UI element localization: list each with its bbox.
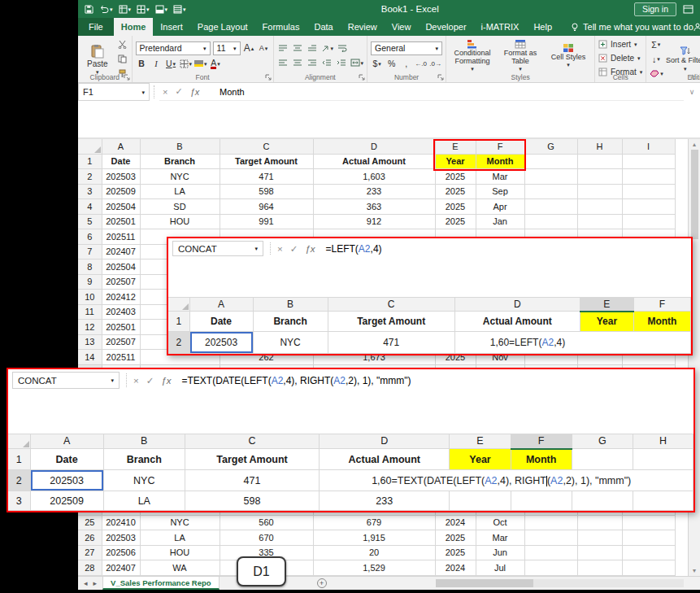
cell-B27[interactable]: HOU	[140, 545, 220, 560]
cell-E5[interactable]: 2025	[435, 214, 476, 229]
cell-F27[interactable]: Jun	[476, 545, 524, 560]
row-header-14[interactable]: 14	[78, 350, 102, 365]
cell-B25[interactable]: NYC	[140, 515, 220, 530]
column-header-a[interactable]: A	[102, 139, 140, 154]
cell-D2[interactable]: 1,603	[313, 169, 435, 185]
orientation-button[interactable]: ▾	[321, 42, 334, 55]
cell-H2[interactable]	[577, 169, 622, 185]
cell-C1[interactable]: Target Amount	[220, 154, 313, 169]
cell-E25[interactable]: 2024	[435, 515, 476, 530]
cell-E2[interactable]: 2025	[435, 169, 476, 185]
qat-table-icon[interactable]: ▾	[119, 5, 132, 14]
font-size-select[interactable]: 11▾	[213, 41, 241, 55]
cell-D3[interactable]: 233	[313, 184, 435, 199]
alignment-dialog-launcher[interactable]	[359, 74, 365, 81]
row-header-4[interactable]: 4	[78, 199, 102, 215]
callout-left-cell-E1[interactable]: Year	[580, 312, 633, 332]
tab-data[interactable]: Data	[307, 18, 340, 36]
cell-D27[interactable]: 20	[313, 545, 435, 560]
callout-bottom-column-header-a[interactable]: A	[30, 434, 103, 449]
callout-bottom-cell-C1[interactable]: Target Amount	[185, 449, 319, 470]
insert-cells-button[interactable]: Insert ▾	[598, 38, 637, 50]
callout-left-column-header-a[interactable]: A	[189, 298, 253, 312]
shrink-font-button[interactable]: A▾	[258, 42, 270, 55]
cell-C4[interactable]: 964	[220, 199, 313, 215]
cell-styles-button[interactable]: Cell Styles ▾	[546, 43, 591, 68]
callout-bottom-column-header-e[interactable]: E	[450, 434, 511, 449]
row-header-26[interactable]: 26	[78, 530, 102, 546]
callout-bottom-row-header-3[interactable]: 3	[8, 491, 30, 511]
cell-C26[interactable]: 670	[220, 530, 313, 546]
share-button[interactable]: Share	[693, 18, 700, 36]
cell-G4[interactable]	[524, 199, 577, 215]
callout-left-select-all-corner[interactable]	[168, 298, 189, 312]
align-middle-button[interactable]	[292, 42, 304, 55]
cell-C5[interactable]: 991	[220, 214, 313, 229]
column-header-g[interactable]: G	[524, 139, 577, 154]
cell-G25[interactable]	[524, 515, 577, 530]
cell-I3[interactable]	[622, 184, 675, 199]
borders-button[interactable]: ▾	[180, 58, 193, 70]
column-header-c[interactable]: C	[220, 139, 313, 154]
cell-E27[interactable]: 2025	[435, 545, 476, 560]
row-header-7[interactable]: 7	[78, 244, 102, 259]
column-header-h[interactable]: H	[577, 139, 622, 154]
callout-left-cell-B1[interactable]: Branch	[253, 312, 328, 332]
callout-left-formula-text[interactable]: =LEFT(A2,4)	[322, 243, 382, 255]
callout-left-column-header-e[interactable]: E	[580, 298, 633, 312]
add-sheet-button[interactable]: +	[317, 578, 327, 588]
row-header-8[interactable]: 8	[78, 259, 102, 275]
cell-I28[interactable]	[622, 560, 675, 576]
tab-review[interactable]: Review	[341, 18, 385, 36]
cut-button[interactable]	[116, 38, 128, 50]
callout-bottom-column-header-h[interactable]: H	[633, 434, 693, 449]
align-bottom-button[interactable]	[307, 42, 319, 55]
callout-left-column-header-c[interactable]: C	[328, 298, 454, 312]
select-all-corner[interactable]	[78, 139, 102, 154]
qat-borders-icon[interactable]: ▾	[137, 5, 150, 14]
cell-E3[interactable]: 2025	[435, 184, 476, 199]
cell-A9[interactable]: 202507	[102, 274, 140, 290]
row-header-1[interactable]: 1	[78, 154, 102, 169]
row-header-27[interactable]: 27	[78, 545, 102, 560]
callout-left-cancel-icon[interactable]: ×	[277, 244, 283, 254]
cell-A28[interactable]: 202407	[102, 560, 140, 576]
cell-D25[interactable]: 679	[313, 515, 435, 530]
row-header-2[interactable]: 2	[78, 169, 102, 185]
callout-bottom-cell-C3[interactable]: 598	[185, 491, 319, 511]
decrease-indent-button[interactable]	[321, 57, 333, 69]
align-center-button[interactable]	[292, 57, 304, 69]
formula-bar-expanded-area[interactable]	[78, 101, 700, 137]
cell-G2[interactable]	[524, 169, 577, 185]
italic-button[interactable]: I	[150, 58, 163, 70]
cell-B1[interactable]: Branch	[140, 154, 220, 169]
cell-F26[interactable]: Mar	[476, 530, 524, 546]
column-header-e[interactable]: E	[435, 139, 476, 154]
callout-bottom-formula-text[interactable]: =TEXT(DATE(LEFT(A2,4), RIGHT(A2,2), 1), …	[178, 375, 411, 386]
increase-decimal-button[interactable]: ←.0	[415, 58, 427, 70]
cell-H27[interactable]	[577, 545, 622, 560]
cell-A10[interactable]: 202412	[102, 290, 140, 305]
insert-function-icon[interactable]: ƒx	[190, 87, 200, 97]
cell-C3[interactable]: 598	[220, 184, 313, 199]
cell-A6[interactable]: 202511	[102, 229, 140, 245]
cell-A27[interactable]: 202506	[102, 545, 140, 560]
callout-bottom-cell-C2[interactable]: 471	[185, 470, 319, 491]
row-header-28[interactable]: 28	[78, 560, 102, 576]
tab-i-matrix[interactable]: i-MATRIX	[474, 18, 527, 36]
cell-F25[interactable]: Oct	[476, 515, 524, 530]
callout-bottom-fx-icon[interactable]: ƒx	[161, 376, 171, 386]
cell-H1[interactable]	[577, 154, 622, 169]
sign-in-button[interactable]: Sign in	[634, 2, 676, 16]
tab-insert[interactable]: Insert	[153, 18, 190, 36]
conditional-formatting-button[interactable]: Conditional Formatting ▾	[450, 39, 495, 72]
row-header-5[interactable]: 5	[78, 214, 102, 229]
callout-bottom-cell-F3[interactable]	[511, 491, 572, 511]
callout-left-confirm-icon[interactable]: ✓	[290, 243, 298, 255]
cell-C2[interactable]: 471	[220, 169, 313, 185]
callout-left-cell-A1[interactable]: Date	[189, 312, 253, 332]
sheet-tab-active[interactable]: V_Sales Performance Repo	[102, 577, 220, 590]
tab-help[interactable]: Help	[526, 18, 559, 36]
cell-H28[interactable]	[577, 560, 622, 576]
cell-A1[interactable]: Date	[102, 154, 140, 169]
